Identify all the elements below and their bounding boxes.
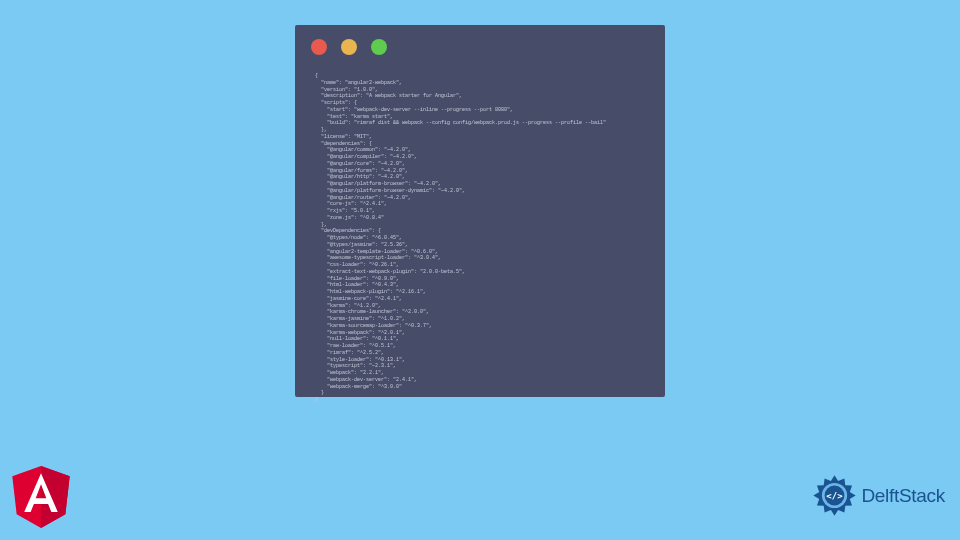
gear-icon: </> (812, 473, 857, 518)
angular-logo-icon (12, 466, 70, 528)
delftstack-logo: </> DelftStack (812, 473, 945, 518)
minimize-icon[interactable] (341, 39, 357, 55)
delftstack-text: DelftStack (861, 485, 945, 507)
terminal-window: { "name": "angular2-webpack", "version":… (295, 25, 665, 397)
svg-text:</>: </> (827, 491, 844, 501)
window-controls (295, 25, 665, 69)
code-content: { "name": "angular2-webpack", "version":… (295, 69, 665, 408)
svg-marker-1 (41, 466, 70, 528)
close-icon[interactable] (311, 39, 327, 55)
maximize-icon[interactable] (371, 39, 387, 55)
